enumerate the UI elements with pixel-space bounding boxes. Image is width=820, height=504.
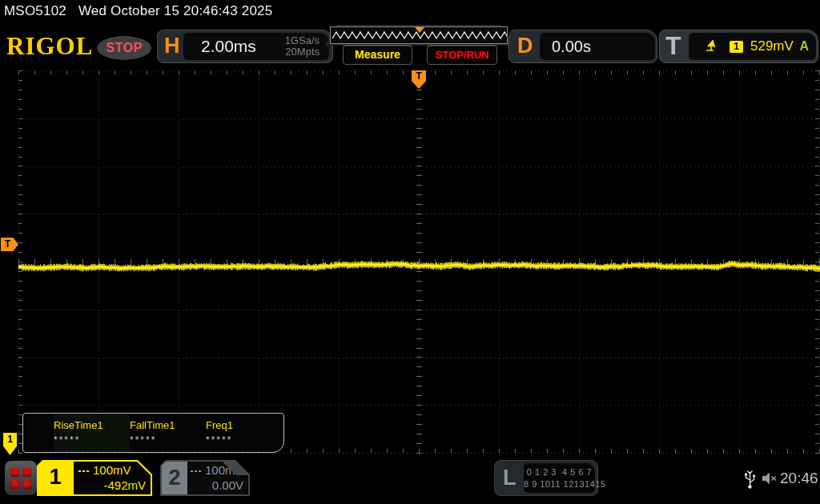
measurement-label: FallTime1 (130, 419, 206, 431)
logic-analyzer-panel[interactable]: L 0 1 2 3 4 5 6 78 9 1011 12131415 (494, 460, 598, 496)
delay-panel[interactable]: D 0.00s (508, 30, 657, 63)
measurement-freq[interactable]: Freq1 ***** (206, 414, 282, 452)
run-state-badge[interactable]: STOP (97, 36, 151, 60)
grid-square-icon (22, 480, 31, 489)
model-name: MSO5102 (4, 3, 66, 18)
channel2-number: 2 (162, 462, 187, 494)
horizontal-label: H (164, 34, 180, 58)
sample-rate-readout: 1GSa/s 20Mpts (285, 35, 320, 58)
channel1-panel[interactable]: 1 100mV -492mV (37, 460, 152, 496)
delay-label: D (517, 34, 533, 58)
grid-square-icon (10, 480, 19, 489)
trigger-slope-icon (705, 40, 721, 53)
trigger-panel[interactable]: T 1 529mV A (659, 30, 818, 63)
clock-text: 20:46 (780, 470, 818, 487)
logic-row2: 8 9 1011 12131415 (524, 479, 606, 489)
speaker-muted-icon[interactable] (761, 471, 778, 486)
measurement-label: Freq1 (206, 419, 282, 431)
trigger-source-badge: 1 (730, 41, 743, 53)
horizontal-readout: 2.00ms 1GSa/s 20Mpts (183, 33, 329, 60)
channel2-offset: 0.00V (191, 478, 243, 492)
datetime-text: Wed October 15 20:46:43 2025 (78, 3, 273, 18)
oscilloscope-screen: MSO5102 Wed October 15 20:46:43 2025 RIG… (0, 0, 820, 504)
trigger-readout: 1 529mV A (689, 33, 816, 60)
measurement-panel[interactable]: RiseTime1 ***** FallTime1 ***** Freq1 **… (22, 413, 284, 453)
logic-row1: 0 1 2 3 4 5 6 7 (527, 467, 592, 477)
trigger-level-value: 529mV (750, 38, 794, 54)
grid-square-icon (22, 468, 31, 477)
titlebar: MSO5102 Wed October 15 20:46:43 2025 (0, 0, 820, 24)
menu-grid-button[interactable] (5, 461, 37, 495)
grid-square-icon (10, 468, 19, 477)
memory-depth: 20Mpts (285, 46, 320, 58)
measurement-value: ***** (54, 434, 130, 446)
dc-coupling-icon (191, 469, 202, 472)
channel2-readout: 100mV 0.00V (187, 462, 248, 494)
trigger-label: T (665, 31, 681, 61)
channel1-number: 1 (37, 465, 74, 490)
channel2-panel[interactable]: 2 100mV 0.00V (160, 460, 250, 496)
measurement-risetime[interactable]: RiseTime1 ***** (54, 414, 130, 452)
measurement-label: RiseTime1 (54, 419, 130, 431)
trigger-mode: A (799, 39, 809, 54)
timebase-value: 2.00ms (201, 37, 256, 56)
stop-run-button[interactable]: STOP/RUN (427, 45, 497, 65)
usb-icon (743, 469, 757, 490)
channel2-scale: 100mV (205, 463, 243, 477)
measurement-falltime[interactable]: FallTime1 ***** (130, 414, 206, 452)
logic-channel-list: 0 1 2 3 4 5 6 78 9 1011 12131415 (524, 463, 595, 493)
horizontal-panel[interactable]: H 2.00ms 1GSa/s 20Mpts (157, 30, 333, 63)
channel1-offset: -492mV (78, 478, 146, 492)
logic-analyzer-label: L (503, 466, 517, 490)
measurement-value: ***** (130, 434, 206, 446)
dc-coupling-icon (78, 469, 90, 472)
sample-rate: 1GSa/s (285, 34, 320, 46)
delay-value: 0.00s (552, 38, 591, 56)
rigol-logo: RIGOL (6, 32, 93, 61)
delay-readout: 0.00s (540, 33, 655, 60)
measurement-value: ***** (206, 434, 282, 446)
channel1-scale: 100mV (93, 463, 131, 477)
measure-button[interactable]: Measure (343, 45, 412, 65)
channel1-readout: 100mV -492mV (74, 462, 151, 494)
